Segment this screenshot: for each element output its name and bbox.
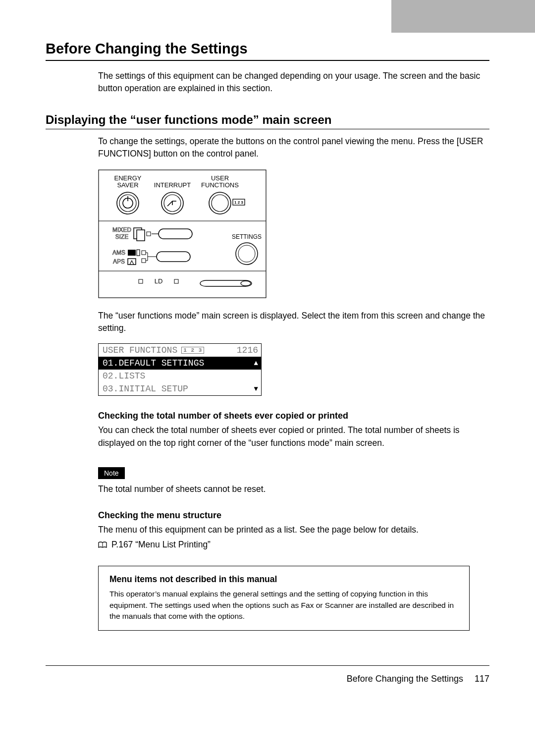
lcd-item-2: 02.LISTS — [99, 370, 261, 382]
svg-point-39 — [241, 281, 251, 286]
section3-para1: The menu of this equipment can be printe… — [98, 524, 489, 536]
page-content: Before Changing the Settings The setting… — [0, 33, 535, 631]
svg-text:1 2 3: 1 2 3 — [234, 200, 243, 205]
lcd-item-1: 01.DEFAULT SETTINGS ▲ — [99, 357, 261, 370]
lcd-123-badge: 1 2 3 — [181, 347, 204, 354]
svg-text:APS: APS — [113, 258, 125, 265]
lcd-item-3-label: 03.INITIAL SETUP — [103, 384, 188, 394]
svg-rect-27 — [128, 259, 136, 265]
section1-title: Displaying the “user functions mode” mai… — [46, 113, 489, 127]
svg-point-12 — [212, 195, 228, 212]
svg-text:MIXED: MIXED — [112, 226, 131, 233]
svg-text:INTERRUPT: INTERRUPT — [154, 181, 191, 189]
svg-point-34 — [236, 243, 258, 265]
svg-rect-26 — [137, 250, 140, 256]
svg-text:FUNCTIONS: FUNCTIONS — [201, 181, 239, 189]
svg-rect-36 — [139, 279, 143, 283]
svg-text:ENERGY: ENERGY — [114, 174, 142, 182]
intro-paragraph: The settings of this equipment can be ch… — [98, 70, 489, 95]
ams-aps-pill — [157, 252, 190, 262]
svg-rect-38 — [174, 279, 178, 283]
box-note-text: This operator’s manual explains the gene… — [109, 589, 458, 622]
book-icon — [98, 540, 107, 546]
control-panel-svg: ENERGY SAVER INTERRUPT USER FUNCTIONS 1 … — [98, 169, 267, 298]
section2-title: Checking the total number of sheets ever… — [98, 411, 489, 421]
tray-slot-icon — [200, 280, 252, 286]
svg-text:SAVER: SAVER — [117, 181, 138, 189]
footer-page-number: 117 — [475, 674, 489, 684]
page-footer: Before Changing the Settings 117 — [46, 665, 489, 704]
control-panel-figure: ENERGY SAVER INTERRUPT USER FUNCTIONS 1 … — [98, 169, 267, 301]
footer-label: Before Changing the Settings — [347, 674, 463, 684]
lcd-item-2-label: 02.LISTS — [103, 371, 145, 381]
mixed-size-pill — [159, 229, 192, 239]
header-bar — [0, 0, 535, 33]
svg-text:USER: USER — [211, 174, 229, 182]
header-tab — [391, 0, 535, 33]
settings-button — [236, 243, 258, 265]
svg-rect-29 — [142, 259, 146, 263]
h1-rule: Before Changing the Settings — [46, 33, 489, 61]
lcd-sheet-count: 1216 — [237, 345, 258, 355]
energy-saver-button — [117, 192, 139, 214]
svg-point-35 — [238, 245, 255, 262]
lcd-item-3: 03.INITIAL SETUP ▼ — [99, 382, 261, 395]
lcd-title-row: USER FUNCTIONS 1 2 3 1216 — [99, 344, 261, 357]
section1-para2: The “user functions mode” main screen is… — [98, 310, 489, 335]
note-badge: Note — [98, 467, 125, 479]
h2-rule: Displaying the “user functions mode” mai… — [46, 113, 489, 129]
section3-title: Checking the menu structure — [98, 510, 489, 521]
lcd-screen-figure: USER FUNCTIONS 1 2 3 1216 01.DEFAULT SET… — [98, 343, 262, 396]
box-note: Menu items not described in this manual … — [98, 566, 470, 630]
svg-text:AMS: AMS — [112, 249, 125, 256]
section2-para1: You can check the total number of sheets… — [98, 424, 489, 449]
ams-icon — [128, 250, 140, 256]
header-left-blank — [0, 0, 391, 33]
svg-text:SIZE: SIZE — [115, 233, 129, 240]
svg-rect-19 — [137, 230, 145, 241]
interrupt-button — [161, 192, 183, 214]
aps-icon — [128, 259, 136, 265]
lcd-down-arrow-icon: ▼ — [254, 385, 258, 393]
svg-rect-28 — [142, 251, 146, 255]
svg-rect-20 — [147, 232, 151, 236]
svg-text:LD: LD — [155, 277, 163, 285]
svg-rect-25 — [128, 250, 136, 256]
page-title: Before Changing the Settings — [46, 41, 489, 57]
section3: Checking the menu structure The menu of … — [98, 510, 489, 551]
section3-ref-text: P.167 “Menu List Printing” — [111, 540, 211, 549]
box-note-title: Menu items not described in this manual — [109, 574, 458, 585]
section1-para1: To change the settings, operate the butt… — [98, 135, 489, 161]
mixed-size-icon — [134, 228, 145, 241]
lcd-title: USER FUNCTIONS 1 2 3 — [103, 345, 204, 355]
svg-point-11 — [209, 192, 231, 214]
svg-point-7 — [117, 192, 139, 214]
section2: Checking the total number of sheets ever… — [98, 411, 489, 495]
lcd-item-1-label: 01.DEFAULT SETTINGS — [103, 358, 204, 368]
lcd-title-text: USER FUNCTIONS — [103, 345, 177, 355]
section3-ref-line: P.167 “Menu List Printing” — [98, 539, 489, 551]
user-functions-button: 1 2 3 — [209, 192, 245, 214]
lcd-up-arrow-icon: ▲ — [254, 359, 258, 367]
note-text: The total number of sheets cannot be res… — [98, 483, 489, 495]
svg-text:SETTINGS: SETTINGS — [232, 233, 262, 240]
